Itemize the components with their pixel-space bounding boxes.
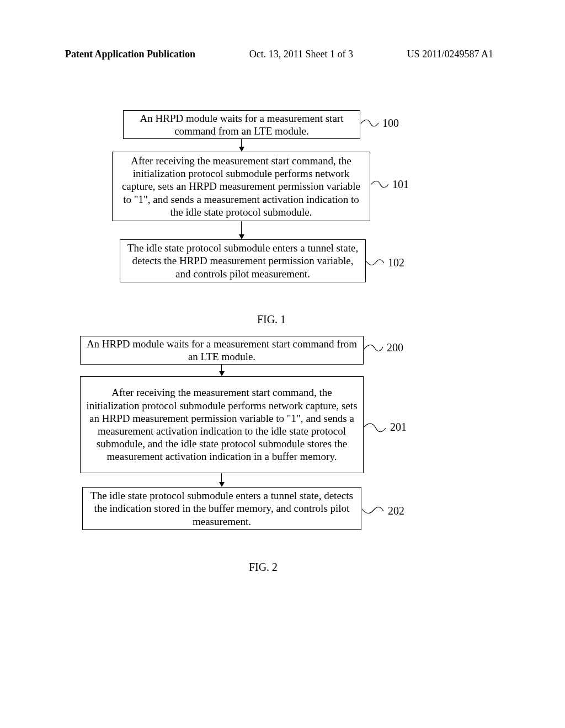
box-text: After receiving the measurement start co… xyxy=(85,386,359,463)
box-text: The idle state protocol submodule enters… xyxy=(125,242,361,280)
leader-curve-icon xyxy=(366,258,385,272)
leader-curve-icon xyxy=(364,341,383,357)
leader-curve-icon xyxy=(360,118,379,132)
flow-box-201: After receiving the measurement start co… xyxy=(80,376,364,473)
arrow-head-icon xyxy=(239,234,244,239)
leader-curve-icon xyxy=(364,421,387,437)
header-center: Oct. 13, 2011 Sheet 1 of 3 xyxy=(249,49,353,60)
flow-box-202: The idle state protocol submodule enters… xyxy=(82,487,361,530)
box-text: An HRPD module waits for a measurement s… xyxy=(128,112,355,137)
arrow-head-icon xyxy=(219,371,225,376)
leader-curve-icon xyxy=(370,179,389,194)
leader-curve-icon xyxy=(361,506,385,521)
header-left: Patent Application Publication xyxy=(65,49,195,60)
flowchart-fig1: An HRPD module waits for a measurement s… xyxy=(112,110,454,309)
box-text: An HRPD module waits for a measurement s… xyxy=(85,338,359,363)
ref-label-101: 101 xyxy=(392,178,409,191)
diagrams-container: An HRPD module waits for a measurement s… xyxy=(0,110,565,574)
flow-box-102: The idle state protocol submodule enters… xyxy=(120,239,366,282)
page-header: Patent Application Publication Oct. 13, … xyxy=(0,49,565,60)
figure-caption-1: FIG. 1 xyxy=(0,313,565,326)
ref-label-100: 100 xyxy=(382,117,399,130)
flow-box-100: An HRPD module waits for a measurement s… xyxy=(123,110,360,139)
arrow-connector xyxy=(241,221,242,235)
ref-label-200: 200 xyxy=(387,341,403,354)
arrow-head-icon xyxy=(239,147,244,152)
ref-label-102: 102 xyxy=(388,256,404,269)
figure-caption-2: FIG. 2 xyxy=(0,561,565,574)
flow-box-200: An HRPD module waits for a measurement s… xyxy=(80,336,364,365)
box-text: After receiving the measurement start co… xyxy=(117,154,365,218)
arrow-head-icon xyxy=(219,482,225,487)
flow-box-101: After receiving the measurement start co… xyxy=(112,152,370,221)
flowchart-fig2: An HRPD module waits for a measurement s… xyxy=(80,336,466,556)
box-text: The idle state protocol submodule enters… xyxy=(87,489,356,528)
ref-label-202: 202 xyxy=(388,505,404,517)
header-right: US 2011/0249587 A1 xyxy=(407,49,493,60)
ref-label-201: 201 xyxy=(390,421,407,433)
